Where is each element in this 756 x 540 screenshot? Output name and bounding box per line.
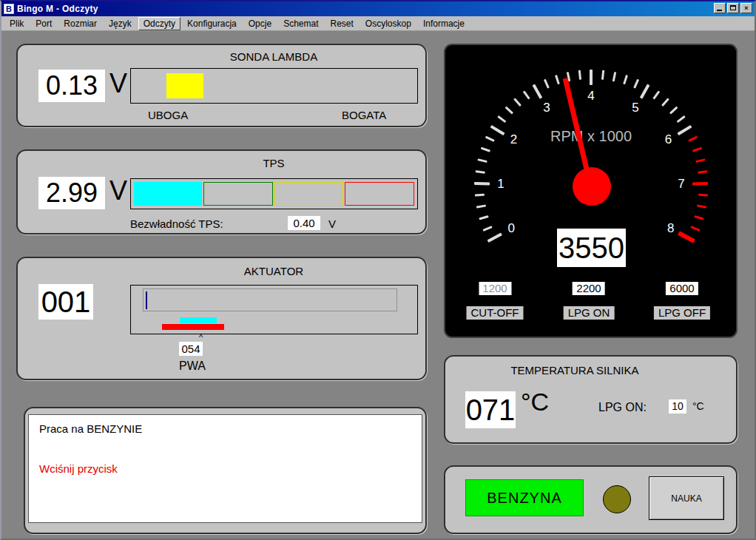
- menu-item-schemat[interactable]: Schemat: [278, 17, 323, 30]
- tick: [633, 79, 639, 89]
- gauge-number-5: 5: [628, 101, 643, 115]
- lpg-on-temp-label: LPG ON:: [598, 401, 647, 414]
- minimize-icon: [717, 10, 722, 11]
- menu-bar: PlikPortRozmiarJęzykOdczytyKonfiguracjaO…: [1, 16, 755, 31]
- tick: [476, 204, 485, 208]
- window-title: Bingo M - Odczyty: [17, 4, 98, 14]
- aktuator-frame: [130, 285, 418, 334]
- tick: [487, 233, 502, 243]
- rpm-gauge: 012345678 RPM x 1000 3550 1200 CUT-OFF 2…: [444, 44, 738, 338]
- tick: [669, 107, 678, 115]
- tps-unit: V: [109, 175, 127, 206]
- tps-inertia-unit: V: [328, 217, 336, 230]
- tps-inertia-value[interactable]: 0.40: [288, 216, 320, 230]
- redline-tick: [688, 136, 698, 142]
- lambda-title: SONDA LAMBDA: [230, 50, 317, 63]
- lpg-on-rpm-value[interactable]: 2200: [573, 282, 605, 295]
- tick: [474, 194, 484, 197]
- tick: [475, 170, 485, 174]
- lambda-marker: [166, 73, 203, 98]
- gauge-number-2: 2: [506, 132, 521, 147]
- temperature-unit: °C: [521, 388, 549, 416]
- cutoff-rpm-value[interactable]: 1200: [479, 282, 511, 295]
- temperature-value: 071: [465, 391, 516, 428]
- tick: [504, 107, 513, 115]
- lambda-lean-label: UBOGA: [148, 109, 188, 121]
- lpg-off-rpm-value[interactable]: 6000: [666, 282, 698, 295]
- setpoint-cutoff: 1200 CUT-OFF: [467, 282, 524, 320]
- lpg-on-temp-unit: °C: [692, 400, 704, 412]
- lambda-bar: [130, 68, 418, 104]
- tick: [623, 75, 628, 84]
- tick: [652, 90, 660, 99]
- tick: [532, 84, 542, 98]
- setpoint-lpg-on: 2200 LPG ON: [564, 282, 615, 320]
- menu-item-informacje[interactable]: Informacje: [418, 17, 470, 30]
- aktuator-cursor: [146, 291, 147, 309]
- app-window: B Bingo M - Odczyty × PlikPortRozmiarJęz…: [0, 0, 756, 540]
- tick: [479, 215, 488, 220]
- gauge-number-4: 4: [584, 89, 598, 104]
- tick: [612, 72, 616, 81]
- rpm-needle-hub: [573, 167, 611, 206]
- fuel-mode-button[interactable]: BENZYNA: [465, 479, 584, 516]
- menu-item-opcje[interactable]: Opcje: [243, 17, 277, 30]
- gauge-number-1: 1: [493, 177, 508, 192]
- learn-button[interactable]: NAUKA: [649, 476, 724, 520]
- tick: [578, 70, 581, 80]
- lambda-unit: V: [109, 68, 127, 99]
- tps-segment-4: [345, 182, 414, 206]
- tick: [677, 125, 692, 135]
- redline-tick: [694, 215, 703, 220]
- menu-item-konfiguracja[interactable]: Konfiguracja: [182, 17, 242, 30]
- maximize-icon: [730, 5, 736, 10]
- redline-tick: [678, 231, 695, 243]
- tick: [513, 98, 522, 107]
- tps-bar: [130, 178, 418, 209]
- redline-tick: [692, 147, 701, 152]
- tps-title: TPS: [263, 157, 284, 169]
- tick: [485, 136, 494, 142]
- menu-item-port[interactable]: Port: [30, 17, 57, 30]
- menu-item-rozmiar[interactable]: Rozmiar: [58, 17, 102, 30]
- tick: [661, 98, 669, 107]
- fuel-led-indicator: [603, 485, 631, 513]
- fuel-panel: BENZYNA NAUKA: [444, 465, 738, 534]
- aktuator-panel: AKTUATOR 001 ^ 054 PWA: [16, 257, 427, 380]
- aktuator-red-bar: [162, 324, 224, 330]
- tick: [543, 79, 549, 89]
- tick: [640, 84, 650, 98]
- menu-item-język[interactable]: Język: [104, 17, 137, 30]
- aktuator-title: AKTUATOR: [244, 265, 303, 277]
- close-icon: ×: [744, 4, 748, 12]
- gauge-number-6: 6: [661, 132, 676, 147]
- tick: [477, 158, 487, 163]
- tick: [474, 182, 490, 186]
- lpg-on-temp-value[interactable]: 10: [669, 399, 686, 414]
- tick: [480, 147, 490, 152]
- menu-item-odczyty[interactable]: Odczyty: [138, 17, 180, 30]
- lambda-value: 0.13: [38, 70, 105, 102]
- lambda-panel: SONDA LAMBDA 0.13 V UBOGA BOGATA: [16, 44, 427, 127]
- tps-value: 2.99: [38, 177, 105, 209]
- menu-item-reset[interactable]: Reset: [325, 17, 359, 30]
- tick: [522, 90, 530, 99]
- message-box: Praca na BENZYNIE Wciśnij przycisk: [28, 414, 422, 523]
- lpg-on-label: LPG ON: [564, 306, 615, 320]
- temperature-title: TEMPERATURA SILNIKA: [510, 364, 638, 377]
- tick: [497, 115, 506, 123]
- close-button[interactable]: ×: [740, 3, 752, 13]
- tick: [555, 75, 560, 84]
- minimize-button[interactable]: [714, 3, 726, 13]
- menu-item-plik[interactable]: Plik: [4, 17, 29, 30]
- message-line2: Wciśnij przycisk: [39, 462, 118, 475]
- maximize-button[interactable]: [727, 3, 739, 13]
- setpoint-lpg-off: 6000 LPG OFF: [654, 282, 710, 320]
- title-bar: B Bingo M - Odczyty ×: [1, 1, 755, 16]
- aktuator-caret: ^: [199, 333, 203, 342]
- gauge-number-7: 7: [674, 177, 689, 192]
- gauge-number-8: 8: [664, 221, 678, 236]
- redline-tick: [695, 158, 705, 163]
- menu-item-oscyloskop[interactable]: Oscyloskop: [360, 17, 416, 30]
- rpm-scale-label: RPM x 1000: [550, 128, 632, 145]
